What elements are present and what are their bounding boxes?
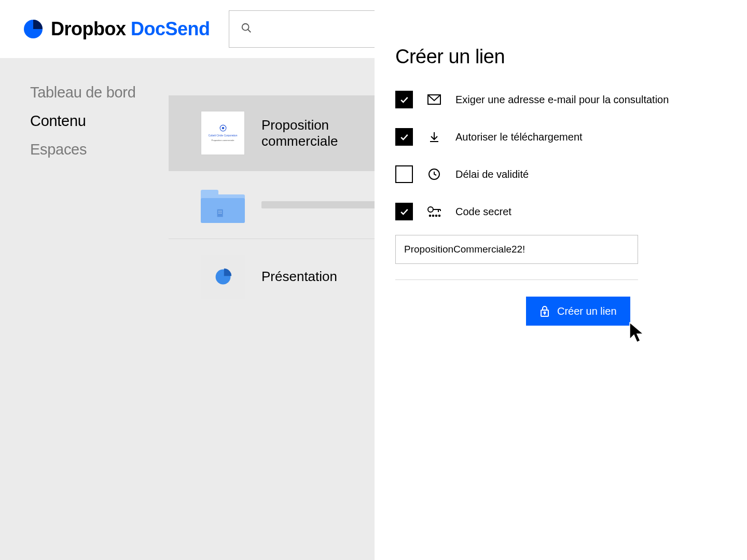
content-row-title: Présentation [261, 269, 337, 285]
panel-divider [395, 279, 638, 280]
option-label: Autoriser le téléchargement [455, 130, 583, 144]
svg-point-22 [439, 215, 440, 217]
panel-title: Créer un lien [395, 46, 726, 68]
checkbox-expiration[interactable] [395, 165, 413, 183]
key-icon [426, 205, 442, 218]
svg-point-15 [428, 207, 433, 212]
sidebar-item-spaces[interactable]: Espaces [30, 141, 169, 158]
sidebar: Tableau de bord Contenu Espaces [0, 58, 169, 560]
clock-icon [426, 168, 442, 180]
svg-point-20 [433, 215, 434, 217]
brand-primary-text: Dropbox [51, 18, 126, 39]
svg-point-4 [222, 127, 224, 130]
folder-thumbnail [201, 187, 245, 223]
check-icon [399, 132, 409, 142]
option-passcode: Code secret [395, 203, 726, 220]
sidebar-item-dashboard[interactable]: Tableau de bord [30, 84, 169, 101]
option-require-email: Exiger une adresse e-mail pour la consul… [395, 91, 726, 108]
option-label: Code secret [455, 205, 511, 218]
checkbox-allow-download[interactable] [395, 128, 413, 146]
svg-point-21 [436, 215, 437, 217]
brand-accent-text: DocSend [131, 18, 210, 39]
create-link-panel: Créer un lien Exiger une adresse e-mail … [375, 0, 747, 560]
envelope-icon [426, 94, 442, 105]
download-icon [426, 131, 442, 143]
option-expiration: Délai de validité [395, 165, 726, 183]
svg-rect-6 [218, 211, 219, 212]
option-allow-download: Autoriser le téléchargement [395, 128, 726, 146]
dropbox-logo-icon [23, 19, 44, 39]
svg-rect-5 [217, 209, 223, 217]
svg-rect-8 [218, 213, 219, 214]
search-icon [241, 22, 252, 36]
lock-icon [540, 305, 550, 317]
thumb-caption-top: Cobalt Circle Corporation [208, 134, 237, 137]
content-row-placeholder [261, 201, 376, 208]
svg-rect-7 [220, 211, 222, 212]
create-link-button-label: Créer un lien [557, 305, 617, 317]
sidebar-item-content[interactable]: Contenu [30, 113, 169, 130]
svg-rect-9 [220, 213, 222, 214]
option-label: Délai de validité [455, 167, 529, 181]
svg-line-2 [247, 30, 251, 33]
check-icon [399, 94, 409, 105]
thumb-caption-bottom: Proposition commerciale [212, 139, 234, 142]
option-label: Exiger une adresse e-mail pour la consul… [455, 93, 669, 106]
svg-point-19 [430, 215, 431, 217]
checkbox-require-email[interactable] [395, 91, 413, 108]
pie-chart-icon [214, 268, 232, 286]
checkbox-passcode[interactable] [395, 203, 413, 220]
passcode-input[interactable] [395, 235, 638, 264]
presentation-thumbnail [201, 255, 245, 299]
company-logo-icon [219, 124, 227, 132]
building-icon [215, 207, 227, 219]
create-link-button[interactable]: Créer un lien [526, 297, 630, 326]
check-icon [399, 206, 409, 217]
brand-logo[interactable]: Dropbox DocSend [23, 18, 210, 40]
svg-point-1 [242, 24, 248, 31]
document-thumbnail: Cobalt Circle Corporation Proposition co… [201, 111, 245, 155]
